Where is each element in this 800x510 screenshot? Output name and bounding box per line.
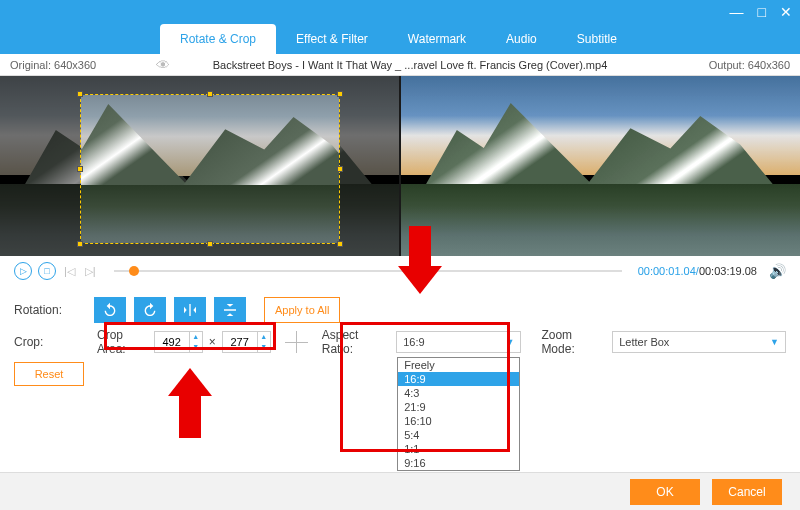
close-button[interactable]: ✕ bbox=[780, 4, 792, 20]
apply-to-all-button[interactable]: Apply to All bbox=[264, 297, 340, 323]
crop-handle-t[interactable] bbox=[207, 91, 213, 97]
crop-height-field[interactable] bbox=[223, 336, 257, 348]
zoom-mode-value: Letter Box bbox=[619, 336, 669, 348]
aspect-option-1-1[interactable]: 1:1 bbox=[398, 442, 519, 456]
aspect-option-5-4[interactable]: 5:4 bbox=[398, 428, 519, 442]
rotate-right-button[interactable] bbox=[134, 297, 166, 323]
crop-handle-b[interactable] bbox=[207, 241, 213, 247]
controls-panel: Rotation: Apply to All Crop: Crop Area: … bbox=[0, 286, 800, 386]
aspect-option-freely[interactable]: Freely bbox=[398, 358, 519, 372]
flip-horizontal-button[interactable] bbox=[174, 297, 206, 323]
crop-handle-l[interactable] bbox=[77, 166, 83, 172]
crop-handle-r[interactable] bbox=[337, 166, 343, 172]
aspect-ratio-value: 16:9 bbox=[403, 336, 424, 348]
stop-button[interactable]: □ bbox=[38, 262, 56, 280]
preview-area bbox=[0, 76, 800, 256]
crop-rectangle[interactable] bbox=[80, 94, 340, 244]
original-size-label: Original: 640x360 bbox=[10, 59, 150, 71]
crop-label: Crop: bbox=[14, 335, 91, 349]
zoom-mode-dropdown[interactable]: Letter Box ▼ bbox=[612, 331, 786, 353]
crop-width-field[interactable] bbox=[155, 336, 189, 348]
times-symbol: × bbox=[209, 335, 216, 349]
seek-thumb[interactable] bbox=[129, 266, 139, 276]
aspect-ratio-list: Freely 16:9 4:3 21:9 16:10 5:4 1:1 9:16 bbox=[397, 357, 520, 471]
crop-handle-bl[interactable] bbox=[77, 241, 83, 247]
aspect-option-21-9[interactable]: 21:9 bbox=[398, 400, 519, 414]
file-title: Backstreet Boys - I Want It That Way _ .… bbox=[170, 59, 650, 71]
aspect-option-16-10[interactable]: 16:10 bbox=[398, 414, 519, 428]
footer: OK Cancel bbox=[0, 472, 800, 510]
crop-handle-tl[interactable] bbox=[77, 91, 83, 97]
reset-button[interactable]: Reset bbox=[14, 362, 84, 386]
tab-watermark[interactable]: Watermark bbox=[388, 24, 486, 54]
crop-width-input[interactable]: ▲▼ bbox=[154, 331, 203, 353]
crop-height-up[interactable]: ▲ bbox=[258, 332, 270, 342]
current-time: 00:00:01.04 bbox=[638, 265, 696, 277]
rotation-label: Rotation: bbox=[14, 303, 94, 317]
tab-bar: Rotate & Crop Effect & Filter Watermark … bbox=[0, 24, 800, 54]
volume-icon[interactable]: 🔊 bbox=[769, 263, 786, 279]
flip-vertical-button[interactable] bbox=[214, 297, 246, 323]
seek-track[interactable] bbox=[114, 270, 622, 272]
play-button[interactable]: ▷ bbox=[14, 262, 32, 280]
preview-toggle-icon[interactable]: 👁 bbox=[156, 57, 170, 73]
aspect-option-4-3[interactable]: 4:3 bbox=[398, 386, 519, 400]
next-frame-button[interactable]: ▷| bbox=[83, 265, 98, 278]
time-display: 00:00:01.04/00:03:19.08 bbox=[638, 265, 757, 277]
aspect-ratio-group: Aspect Ratio: 16:9 ▼ Freely 16:9 4:3 21:… bbox=[316, 325, 528, 359]
crop-width-up[interactable]: ▲ bbox=[190, 332, 202, 342]
cancel-button[interactable]: Cancel bbox=[712, 479, 782, 505]
output-preview bbox=[401, 76, 800, 256]
crop-handle-tr[interactable] bbox=[337, 91, 343, 97]
chevron-down-icon: ▼ bbox=[770, 337, 779, 347]
crop-area-label: Crop Area: bbox=[97, 328, 148, 356]
zoom-mode-label: Zoom Mode: bbox=[541, 328, 606, 356]
original-preview[interactable] bbox=[0, 76, 399, 256]
info-bar: Original: 640x360 👁 Backstreet Boys - I … bbox=[0, 54, 800, 76]
aspect-ratio-label: Aspect Ratio: bbox=[322, 328, 390, 356]
output-size-label: Output: 640x360 bbox=[650, 59, 790, 71]
minimize-button[interactable]: — bbox=[730, 4, 744, 20]
aspect-option-9-16[interactable]: 9:16 bbox=[398, 456, 519, 470]
aspect-ratio-dropdown[interactable]: 16:9 ▼ Freely 16:9 4:3 21:9 16:10 5:4 1:… bbox=[396, 331, 521, 353]
player-bar: ▷ □ |◁ ▷| 00:00:01.04/00:03:19.08 🔊 bbox=[0, 256, 800, 286]
titlebar: — □ ✕ bbox=[0, 0, 800, 24]
tab-audio[interactable]: Audio bbox=[486, 24, 557, 54]
crop-height-input[interactable]: ▲▼ bbox=[222, 331, 271, 353]
tab-effect-filter[interactable]: Effect & Filter bbox=[276, 24, 388, 54]
crop-height-down[interactable]: ▼ bbox=[258, 342, 270, 352]
ok-button[interactable]: OK bbox=[630, 479, 700, 505]
prev-frame-button[interactable]: |◁ bbox=[62, 265, 77, 278]
center-crop-button[interactable] bbox=[285, 331, 308, 353]
crop-width-down[interactable]: ▼ bbox=[190, 342, 202, 352]
maximize-button[interactable]: □ bbox=[758, 4, 766, 20]
rotate-left-button[interactable] bbox=[94, 297, 126, 323]
chevron-down-icon: ▼ bbox=[505, 337, 514, 347]
duration: 00:03:19.08 bbox=[699, 265, 757, 277]
aspect-option-16-9[interactable]: 16:9 bbox=[398, 372, 519, 386]
tab-subtitle[interactable]: Subtitle bbox=[557, 24, 637, 54]
tab-rotate-crop[interactable]: Rotate & Crop bbox=[160, 24, 276, 54]
crop-handle-br[interactable] bbox=[337, 241, 343, 247]
crop-area-group: Crop Area: ▲▼ × ▲▼ bbox=[91, 325, 277, 359]
